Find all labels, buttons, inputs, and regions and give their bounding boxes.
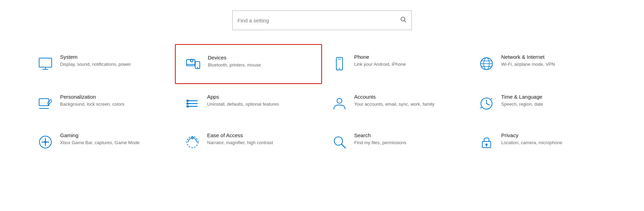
- gaming-desc: Xbox Game Bar, captures, Game Mode: [60, 140, 167, 146]
- setting-item-phone[interactable]: Phone Link your Android, iPhone: [322, 44, 469, 84]
- privacy-icon: [477, 133, 496, 151]
- personalization-desc: Background, lock screen, colors: [60, 101, 167, 107]
- ease-text: Ease of Access Narrator, magnifier, high…: [207, 132, 314, 146]
- system-icon: [36, 55, 54, 73]
- ease-title: Ease of Access: [207, 132, 314, 138]
- svg-point-15: [339, 68, 340, 69]
- devices-text: Devices Bluetooth, printers, mouse: [208, 55, 313, 68]
- setting-item-accounts[interactable]: Accounts Your accounts, email, sync, wor…: [322, 84, 469, 122]
- setting-item-time[interactable]: Time & Language Speech, region, date: [469, 84, 616, 122]
- ease-icon: [183, 133, 202, 151]
- network-icon: [477, 55, 496, 73]
- system-title: System: [60, 54, 167, 60]
- accounts-text: Accounts Your accounts, email, sync, wor…: [354, 94, 461, 107]
- apps-title: Apps: [207, 94, 314, 100]
- privacy-title: Privacy: [501, 132, 608, 138]
- personalization-icon: [36, 94, 54, 113]
- svg-rect-29: [186, 105, 189, 107]
- ease-desc: Narrator, magnifier, high contrast: [207, 140, 314, 146]
- search-text: Search Find my files, permissions: [354, 132, 461, 146]
- setting-item-privacy[interactable]: Privacy Location, camera, microphone: [469, 122, 616, 161]
- devices-desc: Bluetooth, printers, mouse: [208, 62, 313, 68]
- network-title: Network & Internet: [501, 54, 608, 60]
- setting-item-devices[interactable]: Devices Bluetooth, printers, mouse: [175, 44, 322, 84]
- system-text: System Display, sound, notifications, po…: [60, 54, 167, 68]
- privacy-text: Privacy Location, camera, microphone: [501, 132, 608, 146]
- time-text: Time & Language Speech, region, date: [501, 94, 608, 107]
- setting-item-network[interactable]: Network & Internet Wi-Fi, airplane mode,…: [469, 44, 616, 84]
- search-desc: Find my files, permissions: [354, 140, 461, 146]
- setting-item-personalization[interactable]: Personalization Background, lock screen,…: [28, 84, 175, 122]
- svg-rect-22: [39, 99, 49, 106]
- svg-point-35: [44, 141, 46, 143]
- gaming-icon: [36, 133, 54, 151]
- setting-item-system[interactable]: System Display, sound, notifications, po…: [28, 44, 175, 84]
- phone-title: Phone: [354, 54, 461, 60]
- personalization-text: Personalization Background, lock screen,…: [60, 94, 167, 107]
- apps-text: Apps Uninstall, defaults, optional featu…: [207, 94, 314, 107]
- privacy-desc: Location, camera, microphone: [501, 140, 608, 146]
- setting-item-ease[interactable]: Ease of Access Narrator, magnifier, high…: [175, 122, 322, 161]
- search-title: Search: [354, 132, 461, 138]
- svg-line-33: [486, 104, 489, 105]
- search-input[interactable]: [237, 17, 400, 23]
- network-text: Network & Internet Wi-Fi, airplane mode,…: [501, 54, 608, 68]
- search-icon: [400, 16, 407, 24]
- network-desc: Wi-Fi, airplane mode, VPN: [501, 61, 608, 68]
- time-title: Time & Language: [501, 94, 608, 100]
- accounts-icon: [330, 94, 349, 113]
- svg-line-1: [404, 20, 406, 22]
- phone-desc: Link your Android, iPhone: [354, 61, 461, 68]
- search-box: [232, 10, 412, 30]
- apps-icon: [183, 94, 202, 113]
- devices-title: Devices: [208, 55, 313, 61]
- phone-text: Phone Link your Android, iPhone: [354, 54, 461, 68]
- apps-desc: Uninstall, defaults, optional features: [207, 101, 314, 107]
- settings-grid: System Display, sound, notifications, po…: [0, 37, 644, 168]
- devices-icon: [184, 55, 202, 73]
- gaming-title: Gaming: [60, 132, 167, 138]
- svg-point-41: [485, 143, 488, 146]
- svg-rect-27: [186, 100, 189, 102]
- time-icon: [477, 94, 496, 113]
- phone-icon: [330, 55, 349, 73]
- svg-point-30: [337, 98, 342, 103]
- accounts-title: Accounts: [354, 94, 461, 100]
- gaming-text: Gaming Xbox Game Bar, captures, Game Mod…: [60, 132, 167, 146]
- setting-item-gaming[interactable]: Gaming Xbox Game Bar, captures, Game Mod…: [28, 122, 175, 161]
- svg-line-39: [342, 144, 345, 148]
- search-icon: [330, 133, 349, 151]
- accounts-desc: Your accounts, email, sync, work, family: [354, 101, 461, 107]
- svg-rect-28: [186, 103, 189, 105]
- search-container: [0, 0, 644, 37]
- system-desc: Display, sound, notifications, power: [60, 61, 167, 68]
- personalization-title: Personalization: [60, 94, 167, 100]
- svg-rect-2: [39, 58, 52, 67]
- time-desc: Speech, region, date: [501, 101, 608, 107]
- setting-item-apps[interactable]: Apps Uninstall, defaults, optional featu…: [175, 84, 322, 122]
- setting-item-search[interactable]: Search Find my files, permissions: [322, 122, 469, 161]
- svg-point-8: [197, 67, 198, 68]
